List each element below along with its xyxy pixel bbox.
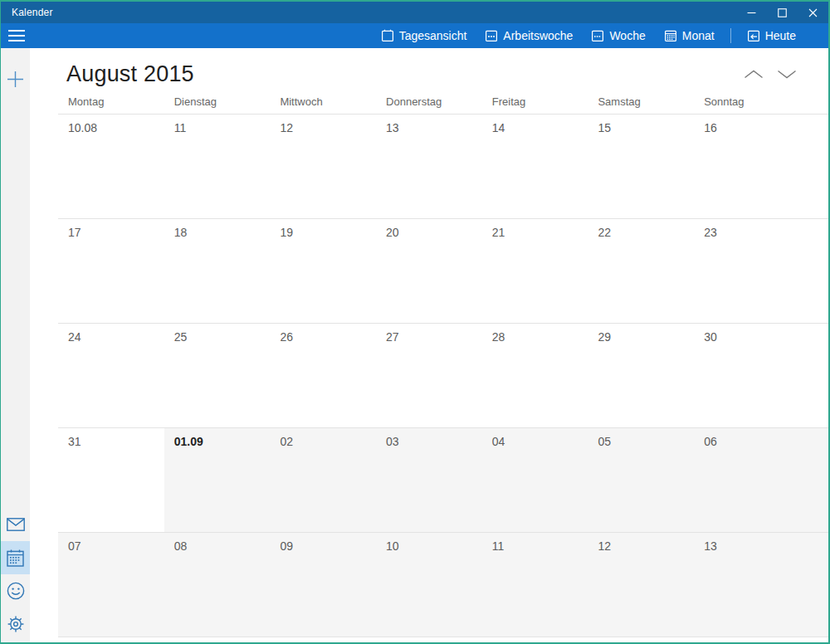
day-cell[interactable]: 17	[58, 219, 164, 323]
today-button[interactable]: Heute	[738, 23, 805, 48]
day-cell[interactable]: 15	[588, 115, 694, 218]
chevron-up-icon	[744, 70, 764, 79]
day-cell[interactable]: 28	[482, 324, 588, 427]
day-number: 29	[598, 330, 611, 344]
day-cell[interactable]: 04	[482, 428, 588, 532]
day-number: 18	[174, 226, 188, 239]
calendar-app-button[interactable]	[1, 541, 30, 574]
day-cell[interactable]: 23	[694, 219, 828, 323]
day-cell[interactable]: 09	[270, 533, 376, 637]
hamburger-menu-button[interactable]	[1, 23, 34, 48]
day-cell[interactable]: 02	[270, 428, 376, 532]
mail-app-button[interactable]	[1, 508, 30, 541]
day-view-icon	[381, 29, 394, 42]
gear-icon	[7, 615, 25, 633]
month-navigation	[744, 61, 797, 79]
day-cell[interactable]: 10.08	[58, 115, 164, 218]
title-bar: Kalender	[1, 2, 828, 23]
people-app-button[interactable]	[1, 574, 30, 607]
close-button[interactable]	[798, 2, 828, 23]
day-cell[interactable]: 30	[694, 324, 828, 427]
day-number: 13	[704, 539, 717, 553]
next-month-button[interactable]	[777, 70, 797, 79]
settings-button[interactable]	[1, 607, 30, 641]
day-cell[interactable]: 31	[58, 428, 164, 532]
calendar-main: August 2015 Montag Dienstag Mittwoch Don…	[30, 48, 828, 642]
day-cell[interactable]: 14	[482, 115, 588, 218]
app-window: Kalender Tagesansicht	[0, 0, 830, 644]
week-icon	[591, 29, 604, 42]
maximize-button[interactable]	[767, 2, 798, 23]
day-cell[interactable]: 18	[164, 219, 271, 323]
day-number: 08	[174, 539, 188, 553]
day-cell[interactable]: 27	[376, 324, 482, 427]
day-cell[interactable]: 13	[376, 115, 482, 218]
day-number: 06	[704, 435, 717, 448]
day-cell[interactable]: 12	[588, 533, 694, 637]
weekday-header: Donnerstag	[376, 95, 482, 108]
month-header: August 2015	[30, 48, 828, 87]
day-cell[interactable]: 01.09	[164, 428, 271, 532]
day-cell[interactable]: 11	[164, 115, 271, 218]
day-cell[interactable]: 21	[482, 219, 588, 323]
day-cell[interactable]: 22	[588, 219, 694, 323]
maximize-icon	[778, 8, 787, 17]
rail-bottom	[1, 508, 30, 642]
mail-icon	[7, 518, 25, 531]
week-view-button[interactable]: Woche	[582, 23, 654, 48]
day-number: 01.09	[174, 435, 203, 448]
minimize-button[interactable]	[736, 2, 767, 23]
day-cell[interactable]: 16	[694, 115, 828, 218]
day-cell[interactable]: 11	[482, 533, 588, 637]
day-view-label: Tagesansicht	[399, 29, 467, 42]
window-controls	[736, 2, 828, 23]
weekday-header: Samstag	[588, 95, 694, 108]
previous-month-button[interactable]	[744, 70, 764, 79]
day-cell[interactable]: 20	[376, 219, 482, 323]
day-number: 15	[598, 121, 611, 134]
day-number: 12	[280, 121, 293, 134]
day-number: 21	[492, 226, 505, 239]
day-cell[interactable]: 05	[588, 428, 694, 532]
new-event-button[interactable]	[1, 62, 30, 95]
day-number: 31	[68, 435, 81, 448]
weekday-header: Sonntag	[694, 95, 828, 108]
day-cell[interactable]: 06	[694, 428, 828, 532]
day-cell[interactable]: 26	[270, 324, 376, 427]
day-cell[interactable]: 13	[694, 533, 828, 637]
day-number: 27	[386, 330, 399, 344]
day-number: 22	[598, 226, 611, 239]
smiley-icon	[7, 582, 25, 600]
month-view-button[interactable]: Monat	[655, 23, 724, 48]
chevron-down-icon	[777, 70, 797, 79]
day-number: 10.08	[68, 121, 97, 134]
day-cell[interactable]: 07	[58, 533, 164, 637]
command-bar: Tagesansicht Arbeitswoche Woche	[1, 23, 828, 48]
work-week-icon	[485, 29, 498, 42]
day-number: 26	[280, 330, 293, 344]
week-row: 07 08 09 10 11 12 13	[58, 533, 828, 637]
day-number: 28	[492, 330, 505, 344]
app-body: August 2015 Montag Dienstag Mittwoch Don…	[1, 48, 828, 642]
day-cell[interactable]: 25	[164, 324, 271, 427]
day-number: 19	[280, 226, 293, 239]
day-number: 05	[598, 435, 611, 448]
week-label: Woche	[609, 29, 645, 42]
day-cell[interactable]: 12	[270, 115, 376, 218]
day-number: 30	[704, 330, 717, 344]
weekday-header: Freitag	[482, 95, 588, 108]
day-cell[interactable]: 19	[270, 219, 376, 323]
day-cell[interactable]: 08	[164, 533, 271, 637]
week-row: 24 25 26 27 28 29 30	[58, 324, 828, 428]
work-week-view-button[interactable]: Arbeitswoche	[476, 23, 582, 48]
day-cell[interactable]: 24	[58, 324, 164, 427]
day-number: 14	[492, 121, 505, 134]
day-cell[interactable]: 10	[376, 533, 482, 637]
day-number: 24	[68, 330, 81, 344]
day-view-button[interactable]: Tagesansicht	[372, 23, 476, 48]
day-cell[interactable]: 29	[588, 324, 694, 427]
day-number: 03	[386, 435, 399, 448]
day-cell[interactable]: 03	[376, 428, 482, 532]
today-icon	[747, 29, 760, 42]
weekday-header-row: Montag Dienstag Mittwoch Donnerstag Frei…	[58, 95, 828, 115]
